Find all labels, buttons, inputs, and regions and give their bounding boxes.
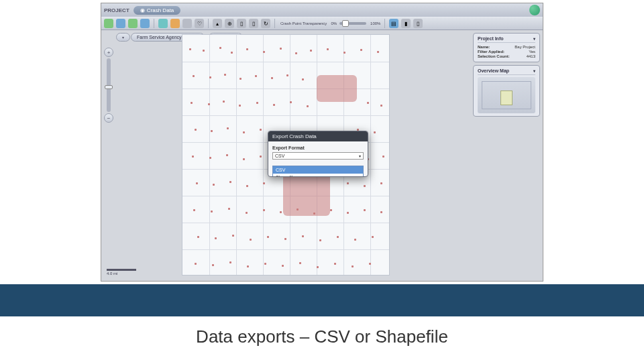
heart-icon[interactable]: ♡: [195, 19, 204, 28]
zoom-control: + −: [104, 48, 113, 128]
export-format-selected: CSV: [275, 154, 284, 158]
transparency-value: 0%: [331, 21, 337, 25]
overview-minimap[interactable]: [478, 77, 535, 113]
toolbar-separator: [274, 19, 275, 28]
chevron-down-icon: ▾: [122, 35, 124, 40]
export-format-select[interactable]: CSV ▾: [272, 152, 364, 160]
toolbar-separator: [154, 19, 154, 28]
toolbar-separator: [384, 19, 385, 28]
overview-extent-icon: [500, 90, 513, 105]
project-label: PROJECT: [104, 7, 129, 13]
new-button[interactable]: [104, 19, 113, 28]
caption-band: [0, 284, 644, 316]
scale-bar: 4.0 mi: [107, 269, 136, 276]
side-panel: Project Info ▾ Name:Bay Project Filter A…: [473, 33, 540, 117]
identify-button[interactable]: [182, 19, 192, 28]
export-dialog: Export Crash Data Export Format CSV ▾ CS…: [268, 131, 368, 177]
dialog-body: Export Format CSV ▾ CSV Shapefile: [268, 141, 368, 176]
export-button[interactable]: [140, 19, 150, 28]
save-button[interactable]: [128, 19, 138, 28]
name-value: Bay Project: [515, 45, 535, 49]
zoom-pct: 100%: [370, 21, 380, 25]
project-info-title: Project Info: [478, 36, 504, 41]
titlebar: PROJECT ◉ Crash Data: [101, 3, 543, 17]
zoom-slider[interactable]: [107, 58, 111, 112]
zoom-out-button[interactable]: −: [104, 113, 113, 123]
caption-text: Data exports – CSV or Shapefile: [196, 326, 448, 347]
toolbar-separator: [208, 19, 209, 28]
count-label: Selection Count:: [478, 54, 510, 58]
app-logo-icon: [529, 5, 540, 15]
pane1-button[interactable]: ▯: [237, 19, 246, 28]
overview-panel: Overview Map ▾: [473, 65, 540, 117]
chart-button[interactable]: ▮: [401, 19, 411, 28]
filter-label: Filter Applied:: [478, 50, 504, 54]
zoom-in-button[interactable]: +: [104, 48, 113, 57]
table-button[interactable]: ▤: [389, 19, 398, 28]
overview-title: Overview Map: [478, 68, 509, 73]
pointer-button[interactable]: ▴: [213, 19, 222, 28]
export-format-dropdown: CSV Shapefile: [272, 166, 364, 177]
pane2-button[interactable]: ▯: [249, 19, 258, 28]
scale-label: 4.0 mi: [107, 272, 117, 276]
export-format-label: Export Format: [272, 145, 364, 150]
tab-crash-data[interactable]: ◉ Crash Data: [133, 6, 180, 15]
collapse-icon[interactable]: ▾: [533, 36, 535, 41]
option-shapefile[interactable]: Shapefile: [273, 174, 363, 177]
dialog-title: Export Crash Data: [268, 131, 368, 141]
slide-caption: Data exports – CSV or Shapefile: [114, 320, 530, 353]
layers-button[interactable]: [158, 19, 168, 28]
toolbar: ♡ ▴ ⊕ ▯ ▯ ↻ Crash Point Transparency 0% …: [101, 17, 543, 30]
project-info-panel: Project Info ▾ Name:Bay Project Filter A…: [473, 33, 540, 62]
app-window: PROJECT ◉ Crash Data ♡ ▴ ⊕ ▯ ▯ ↻ Crash P: [101, 3, 543, 282]
report-button[interactable]: ▯: [413, 19, 423, 28]
transparency-slider[interactable]: [339, 22, 366, 25]
basemap-chevron-pill[interactable]: ▾: [116, 33, 130, 42]
transparency-label: Crash Point Transparency: [280, 21, 327, 25]
open-button[interactable]: [116, 19, 125, 28]
option-csv[interactable]: CSV: [273, 166, 363, 174]
name-label: Name:: [478, 45, 490, 49]
collapse-icon[interactable]: ▾: [533, 68, 535, 73]
filter-button[interactable]: [170, 19, 180, 28]
refresh-button[interactable]: ↻: [261, 19, 270, 28]
globe-icon: ◉: [140, 7, 145, 13]
chevron-down-icon: ▾: [359, 154, 361, 158]
zoom-handle[interactable]: [105, 85, 113, 89]
tab-label: Crash Data: [147, 7, 174, 13]
filter-value: Yes: [529, 50, 535, 54]
pan-button[interactable]: ⊕: [225, 19, 234, 28]
count-value: 4413: [527, 54, 535, 58]
